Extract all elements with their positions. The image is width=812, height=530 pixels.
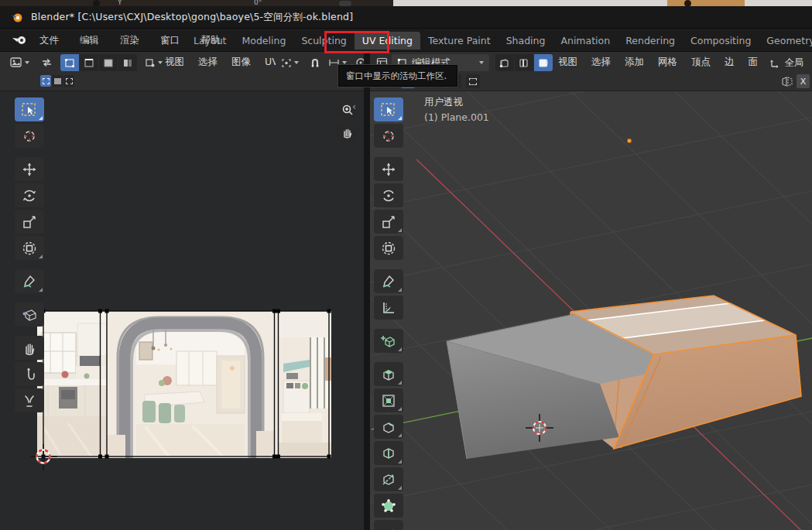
view3d-menu-add[interactable]: 添加 xyxy=(618,52,651,72)
editor-type-image-icon xyxy=(10,57,22,68)
select-mode-vertex[interactable] xyxy=(495,54,514,71)
tool3d-add-cube-button[interactable] xyxy=(374,329,403,353)
uv-sidebar-collapse-arrow[interactable]: ‹ xyxy=(352,101,356,112)
uv-toolbar xyxy=(15,97,44,419)
uv-overlay-toggle-3[interactable] xyxy=(63,75,74,87)
tool3d-scale-button[interactable] xyxy=(374,210,403,234)
view3d-menu-view[interactable]: 视图 xyxy=(551,52,584,72)
select-mode-face[interactable] xyxy=(534,54,553,71)
mirror-x-toggle[interactable]: X xyxy=(797,74,810,88)
pivot-point-icon xyxy=(281,58,292,68)
tool-relax-button[interactable] xyxy=(15,362,44,386)
menu-edit[interactable]: 编辑 xyxy=(71,29,108,52)
uv-reference-image xyxy=(37,311,331,458)
tool-tweak-select-button[interactable] xyxy=(15,97,44,121)
chevron-down-icon xyxy=(479,61,484,64)
tool3d-knife-button[interactable] xyxy=(374,467,403,491)
tool3d-poly-build-button[interactable] xyxy=(374,494,403,518)
tool-grab-button[interactable] xyxy=(15,336,44,360)
menu-file[interactable]: 文件 xyxy=(31,29,67,52)
tool-transform-button[interactable] xyxy=(15,236,44,260)
tab-sculpting[interactable]: Sculpting xyxy=(293,32,354,50)
tab-compositing[interactable]: Compositing xyxy=(683,32,759,50)
view3d-menu-select[interactable]: 选择 xyxy=(584,52,618,72)
uv-sync-selection-toggle[interactable] xyxy=(37,54,56,71)
uv-overlay-toggle-1[interactable] xyxy=(40,75,51,87)
blender-app-icon[interactable] xyxy=(12,35,28,46)
tool3d-rotate-button[interactable] xyxy=(374,183,403,207)
menu-render[interactable]: 渲染 xyxy=(111,29,148,52)
uv-select-mode-island[interactable] xyxy=(118,54,137,71)
sliver-light-area xyxy=(393,0,812,6)
orientation-global-icon xyxy=(769,58,780,68)
tool-scale-button[interactable] xyxy=(15,210,44,234)
tab-animation[interactable]: Animation xyxy=(553,32,618,50)
orientation-dropdown[interactable]: 全局 xyxy=(763,54,810,71)
tool3d-spin-button[interactable] xyxy=(374,520,403,530)
uv-select-mode-vertex[interactable] xyxy=(60,54,79,71)
view3d-menu-vertex[interactable]: 顶点 xyxy=(684,52,718,72)
tab-layout[interactable]: Layout xyxy=(186,32,235,50)
uv-snap-toggle[interactable] xyxy=(307,54,324,71)
tab-modeling[interactable]: Modeling xyxy=(235,32,294,50)
viewport-view-label: 用户透视 xyxy=(424,96,463,109)
uv-select-mode-face[interactable] xyxy=(99,54,118,71)
tab-shading[interactable]: Shading xyxy=(499,32,553,50)
topbar: 文件 编辑 渲染 窗口 帮助 Layout Modeling Sculpting… xyxy=(0,29,812,52)
uv-overlay-toggle-2[interactable] xyxy=(52,75,63,87)
editor-separator[interactable] xyxy=(364,52,370,530)
select-mode-group xyxy=(495,54,553,71)
uv-editor-area[interactable]: ‹ xyxy=(0,91,364,530)
tool3d-bevel-button[interactable] xyxy=(374,415,403,439)
uv-editor-type-button[interactable] xyxy=(5,54,34,71)
viewport-3d-canvas[interactable] xyxy=(370,91,812,530)
tool3d-annotate-button[interactable] xyxy=(374,269,403,293)
window-titlebar: Blender* [C:\Users\CXJ\Desktop\gong\baoy… xyxy=(0,6,812,29)
uv-pivot-dropdown[interactable] xyxy=(276,54,303,71)
orientation-label: 全局 xyxy=(785,56,804,70)
tool-move-button[interactable] xyxy=(15,157,44,181)
uv-canvas[interactable] xyxy=(31,305,341,491)
tool3d-measure-button[interactable] xyxy=(374,296,403,320)
uv-menu-image[interactable]: 图像 xyxy=(224,52,258,72)
tool3d-loop-cut-button[interactable] xyxy=(374,441,403,465)
tooltip: 窗口中显示的活动工作区. xyxy=(338,65,457,87)
tool3d-move-button[interactable] xyxy=(374,157,403,181)
sticky-selection-icon xyxy=(145,58,156,68)
tool3d-transform-button[interactable] xyxy=(374,236,403,260)
tool-rip-region-button[interactable] xyxy=(15,303,44,327)
viewport-object-label: (1) Plane.001 xyxy=(424,111,489,123)
menu-window[interactable]: 窗口 xyxy=(152,29,188,52)
tab-geometry-nodes[interactable]: Geometry Nodes xyxy=(759,32,812,50)
tool3d-cursor-button[interactable] xyxy=(374,124,403,148)
vp-xray-toggle[interactable] xyxy=(466,74,480,88)
tab-texture-paint[interactable]: Texture Paint xyxy=(420,32,499,50)
tool-rotate-button[interactable] xyxy=(15,183,44,207)
viewport-3d-area[interactable] xyxy=(370,91,812,530)
tab-rendering[interactable]: Rendering xyxy=(618,32,683,50)
window-title: Blender* [C:\Users\CXJ\Desktop\gong\baoy… xyxy=(31,11,353,24)
uv-menu-select[interactable]: 选择 xyxy=(191,52,224,72)
tool3d-inset-button[interactable] xyxy=(374,388,403,412)
tool-annotate-button[interactable] xyxy=(15,269,44,293)
uv-select-mode-edge[interactable] xyxy=(80,54,98,71)
select-mode-edge[interactable] xyxy=(515,54,533,71)
uv-menu-view[interactable]: 视图 xyxy=(158,52,191,72)
tab-uv-editing[interactable]: UV Editing xyxy=(355,32,420,50)
view3d-menu-edge[interactable]: 边 xyxy=(718,52,742,72)
tool-pinch-button[interactable] xyxy=(15,388,44,412)
view3d-menu-mesh[interactable]: 网格 xyxy=(651,52,684,72)
tool3d-tweak-select-button[interactable] xyxy=(374,97,403,121)
view3d-menu-face[interactable]: 面 xyxy=(742,52,766,72)
uv-select-mode-group xyxy=(60,54,137,71)
mirror-icon xyxy=(780,76,794,87)
background-window-sliver: Y 0° xyxy=(0,0,812,6)
tool3d-extrude-button[interactable] xyxy=(374,362,403,386)
chevron-down-icon xyxy=(294,61,299,64)
sliver-label-y: Y xyxy=(118,0,122,6)
sliver-label-angle: 0° xyxy=(254,0,262,6)
uv-pan-gizmo[interactable] xyxy=(337,122,358,143)
view3d-toolbar xyxy=(374,97,403,530)
sliver-chip xyxy=(339,1,351,6)
tool-cursor-button[interactable] xyxy=(15,124,44,148)
